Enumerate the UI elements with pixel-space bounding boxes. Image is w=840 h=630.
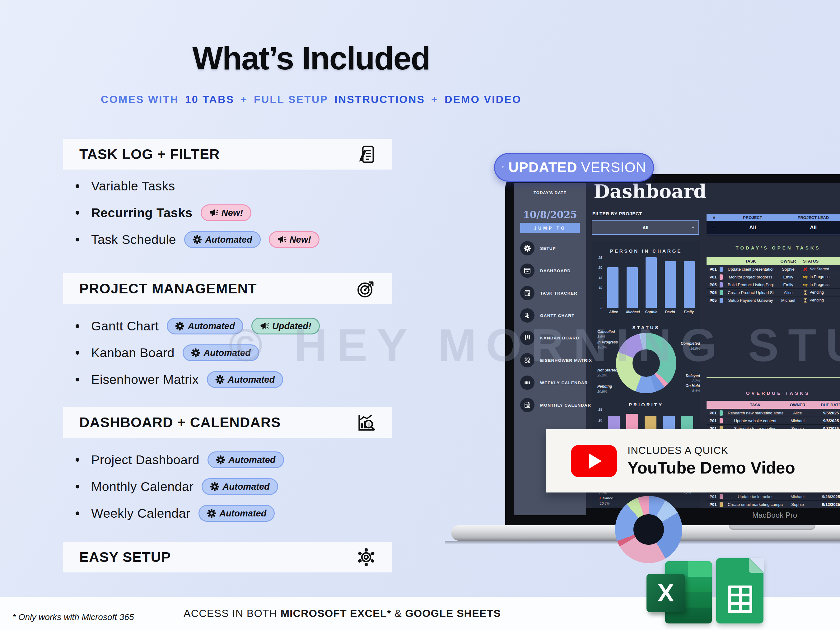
sidebar-item-eisenhower-matrix[interactable]: EISENHOWER MATRIX [520,352,595,369]
x-icon [803,267,808,272]
donut-label: 10.8% [600,502,609,505]
gear-icon [207,508,216,518]
gear-icon [193,235,202,244]
y-tick: 15 [598,276,602,280]
donut-label: ✗Cance... [599,496,616,500]
gear-icon [175,321,185,331]
gear-icon [356,547,376,567]
x-tick: David [664,310,676,314]
filter-label: FILTER BY PROJECT [592,211,642,216]
list-item: Eisenhower Matrix Automated [76,371,418,388]
megaphone-icon [260,321,269,331]
open-tasks-rows: P01 Update client presentation Sophie No… [707,265,840,304]
project-chip [720,267,723,272]
subtitle-part: FULL SETUP [254,93,328,105]
sidebar-item-setup[interactable]: SETUP [520,240,595,257]
project-chip [720,418,723,423]
updated-version-badge: UPDATEDVERSION [494,153,654,182]
check-circle-icon [502,159,504,176]
sidebar-item-gantt-chart[interactable]: GANTT CHART [520,307,595,324]
table-row: P01 Create email marketing campaign Soph… [707,500,840,508]
chevron-down-icon: ▼ [691,226,695,229]
footnote: * Only works with Microsoft 365 [13,612,134,622]
list-item: Recurring Tasks New! [76,204,418,221]
wip-icon [803,275,808,279]
jump-to-button[interactable]: JUMP TO [520,223,580,233]
macbook-model-label: MacBook Pro [741,511,809,519]
excel-icon: X [646,559,712,626]
sidebar-item-monthly-calendar[interactable]: MONTHLY CALENDAR [520,396,595,414]
new-badge: New! [269,231,319,248]
section-label: EASY SETUP [79,549,171,565]
automated-badge: Automated [207,371,283,388]
youtube-text: INCLUDES A QUICK YouTube Demo Video [627,445,795,477]
bullet-dot [76,512,79,515]
sidebar-item-task-tracker[interactable]: TASK TRACKER [520,284,595,302]
section-label: DASHBOARD + CALENDARS [79,414,281,431]
x-tick: Michael [626,310,639,314]
project-chip [720,298,723,303]
page-title: What’s Included [0,40,622,77]
bullet-dot [76,378,79,381]
gear-icon [215,375,225,384]
automated-badge: Automated [207,452,284,468]
youtube-callout: INCLUDES A QUICK YouTube Demo Video [546,429,840,493]
x-icon: ✗ [599,496,602,500]
open-tasks-title: TODAY'S OPEN TASKS [707,245,840,251]
open-tasks-header: TASK OWNER STATUS [707,257,840,265]
project-filter-dropdown[interactable]: All ▼ [592,220,699,235]
subtitle: COMES WITH10 TABS+FULL SETUPINSTRUCTIONS… [0,93,622,106]
subtitle-part: + [431,93,438,105]
x-tick: Sophie [645,310,657,314]
bullet-dot [76,211,79,215]
section-dashboard-calendars: DASHBOARD + CALENDARS [63,407,392,438]
list-item: Kanban Board Automated [76,344,418,362]
donut-label: Pending10.8% [597,384,612,394]
table-row: P01 Update client presentation Sophie No… [707,265,840,273]
access-text: ACCESS IN BOTH MICROSOFT EXCEL* & GOOGLE… [125,607,560,619]
badge-light-text: VERSION [581,159,646,175]
megaphone-icon [277,235,287,244]
gantt-icon [520,308,534,323]
donut-label: Completed36.9% [672,341,700,351]
y-tick: 20 [598,266,602,269]
item-label: Kanban Board [91,346,175,360]
y-tick: 0 [600,306,602,310]
bullet-dot [76,485,79,488]
automated-badge: Automated [167,317,243,335]
page: What’s Included COMES WITH10 TABS+FULL S… [0,0,840,630]
updated-badge: Updated! [251,317,320,335]
list-item: Task Schedule Automated New! [76,231,418,248]
y-tick: 25 [598,256,602,259]
sidebar-item-weekly-calendar[interactable]: WEEKLY CALENDAR [520,374,595,392]
list-item: Weekly Calendar Automated [76,505,418,522]
item-label: Variable Tasks [91,179,175,194]
sidebar-item-dashboard[interactable]: DASHBOARD [520,262,595,279]
y-tick: 5 [600,296,602,300]
bar [607,267,619,308]
item-label: Recurring Tasks [91,206,193,220]
item-label: Eisenhower Matrix [91,373,199,387]
section-project-management: PROJECT MANAGEMENT [63,273,392,304]
donut-label: Delayed2.7% [672,373,700,383]
project-chip [720,290,723,295]
section-label: TASK LOG + FILTER [79,146,220,163]
status-donut [616,333,676,393]
todays-date-value: 10/8/2025 [514,209,586,220]
x-tick: Alice [607,310,620,314]
list-item: Variable Tasks [76,177,418,195]
section-easy-setup: EASY SETUP [63,542,392,572]
y-tick: 25 [598,407,602,411]
youtube-play-button[interactable] [571,445,617,477]
table-row: P01 Monitor project progress Emily In Pr… [707,273,840,281]
project-table-row: - All All [707,221,840,235]
sidebar-item-kanban-board[interactable]: KANBAN BOARD [520,329,595,347]
monthly-icon [520,398,534,412]
bar [627,267,638,308]
donut-label: Not Started25.2% [597,368,617,378]
bar [684,261,695,308]
project-chip [720,494,723,499]
overdue-tasks-title: OVERDUE TASKS [707,390,840,396]
table-divider [707,377,840,378]
subtitle-part: + [240,93,248,105]
